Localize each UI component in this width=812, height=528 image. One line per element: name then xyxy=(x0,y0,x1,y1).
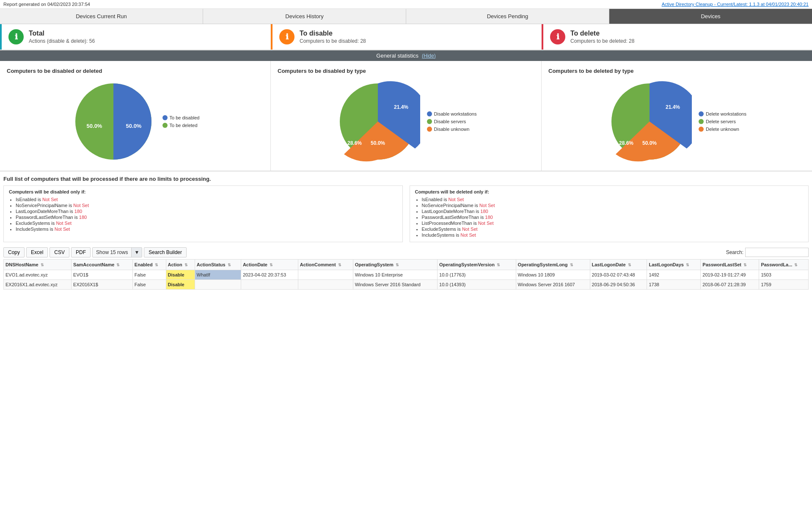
th-dns[interactable]: DNSHostName ⇅ xyxy=(4,260,72,270)
to-disable-description: Computers to be disabled: 28 xyxy=(300,38,366,44)
hide-link[interactable]: (Hide) xyxy=(422,53,436,59)
delete-conditions-box: Computers will be deleted only if: IsEna… xyxy=(410,185,809,242)
data-table: DNSHostName ⇅ SamAccountName ⇅ Enabled ⇅… xyxy=(3,259,809,290)
copy-button[interactable]: Copy xyxy=(3,247,25,257)
chart-panel-1: Computers to be disabled or deleted 50.0… xyxy=(0,61,271,171)
legend-item-3-1: Delete servers xyxy=(699,119,746,124)
summary-bar: ℹ Total Actions (disable & delete): 56 ℹ… xyxy=(0,24,812,50)
to-disable-icon: ℹ xyxy=(279,29,295,44)
th-action[interactable]: Action ⇅ xyxy=(166,260,195,270)
table-controls: Copy Excel CSV PDF Show 15 rows ▼ Search… xyxy=(3,247,809,257)
table-header-row: DNSHostName ⇅ SamAccountName ⇅ Enabled ⇅… xyxy=(4,260,809,270)
legend-label-1-0: To be disabled xyxy=(170,115,200,120)
table-cell: 10.0 (17763) xyxy=(438,270,516,280)
chart3-title: Computers to be deleted by type xyxy=(548,68,634,74)
disable-cond-2-highlight: 180 xyxy=(74,209,82,214)
table-cell: 10.0 (14393) xyxy=(438,280,516,290)
full-list-heading: Full list of computers that will be proc… xyxy=(3,176,809,182)
th-action-date[interactable]: ActionDate ⇅ xyxy=(241,260,298,270)
chart1-content: 50.0% 50.0% To be disabled To be deleted xyxy=(7,79,264,164)
disable-conditions-title: Computers will be disabled only if: xyxy=(9,189,397,194)
delete-cond-6: IncludeSystems is Not Set xyxy=(422,232,804,238)
table-cell: EX2016X1$ xyxy=(72,280,133,290)
delete-cond-0-highlight: Not Set xyxy=(448,197,464,202)
table-cell xyxy=(241,280,298,290)
delete-cond-4: ListProcessedMoreThan is Not Set xyxy=(422,221,804,226)
table-cell xyxy=(298,270,353,280)
legend-label-1-1: To be deleted xyxy=(170,123,198,128)
th-pwd-la[interactable]: PasswordLa... ⇅ xyxy=(759,260,809,270)
table-cell xyxy=(298,280,353,290)
disable-cond-3: PasswordLastSetMoreThan is 180 xyxy=(16,215,397,220)
to-delete-description: Computers to be deleted: 28 xyxy=(570,38,634,44)
legend-dot-2-1 xyxy=(427,119,432,124)
disable-cond-2: LastLogonDateMoreThan is 180 xyxy=(16,209,397,214)
th-enabled[interactable]: Enabled ⇅ xyxy=(132,260,166,270)
disable-cond-3-highlight: 180 xyxy=(79,215,87,220)
delete-cond-4-highlight: Not Set xyxy=(478,221,494,226)
version-link[interactable]: Active Directory Cleanup - Current/Lates… xyxy=(662,2,809,7)
legend-dot-3-2 xyxy=(699,127,704,132)
delete-conditions-list: IsEnabled is Not Set NoServicePrincipalN… xyxy=(415,197,804,238)
th-action-status[interactable]: ActionStatus ⇅ xyxy=(195,260,241,270)
legend-item-2-2: Disable unknown xyxy=(427,127,477,132)
search-builder-button[interactable]: Search Builder xyxy=(144,247,187,257)
pdf-button[interactable]: PDF xyxy=(71,247,91,257)
conditions-area: Computers will be disabled only if: IsEn… xyxy=(3,185,809,242)
tab-devices-history[interactable]: Devices History xyxy=(203,9,406,24)
th-action-comment[interactable]: ActionComment ⇅ xyxy=(298,260,353,270)
delete-cond-6-highlight: Not Set xyxy=(460,232,476,238)
th-os[interactable]: OperatingSystem ⇅ xyxy=(353,260,437,270)
legend-dot-1-0 xyxy=(162,115,168,120)
chart3-svg: 21.4% 50.0% 28.6% xyxy=(607,79,692,164)
tab-devices[interactable]: Devices xyxy=(609,9,812,24)
legend-item-2-1: Disable servers xyxy=(427,119,477,124)
report-header: Report generated on 04/02/2023 20:37:54 … xyxy=(0,0,812,9)
chart-panel-2: Computers to be disabled by type 21.4% 5… xyxy=(271,61,542,171)
data-table-wrap: DNSHostName ⇅ SamAccountName ⇅ Enabled ⇅… xyxy=(3,259,809,290)
table-cell: 2023-04-02 20:37:53 xyxy=(241,270,298,280)
legend-dot-3-1 xyxy=(699,119,704,124)
table-cell: EX2016X1.ad.evotec.xyz xyxy=(4,280,72,290)
show-rows-arrow[interactable]: ▼ xyxy=(131,248,142,257)
to-delete-title: To delete xyxy=(570,30,634,37)
th-os-long[interactable]: OperatingSystemLong ⇅ xyxy=(516,260,590,270)
to-disable-title: To disable xyxy=(300,30,366,37)
excel-button[interactable]: Excel xyxy=(26,247,48,257)
table-cell: False xyxy=(132,280,166,290)
disable-cond-5-highlight: Not Set xyxy=(55,227,70,232)
search-input[interactable] xyxy=(745,248,809,257)
summary-total: ℹ Total Actions (disable & delete): 56 xyxy=(0,24,271,50)
legend-label-2-0: Disable workstations xyxy=(434,111,477,116)
to-delete-icon: ℹ xyxy=(550,29,565,44)
legend-item-2-0: Disable workstations xyxy=(427,111,477,116)
show-rows-control[interactable]: Show 15 rows ▼ xyxy=(92,247,142,257)
delete-cond-2-highlight: 180 xyxy=(480,209,488,214)
disable-cond-5: IncludeSystems is Not Set xyxy=(16,227,397,232)
csv-button[interactable]: CSV xyxy=(50,247,69,257)
table-cell: False xyxy=(132,270,166,280)
th-last-logon-date[interactable]: LastLogonDate ⇅ xyxy=(590,260,647,270)
table-row: EX2016X1.ad.evotec.xyzEX2016X1$FalseDisa… xyxy=(4,280,809,290)
table-cell: Windows Server 2016 1607 xyxy=(516,280,590,290)
total-description: Actions (disable & delete): 56 xyxy=(29,38,95,44)
th-last-logon-days[interactable]: LastLogonDays ⇅ xyxy=(647,260,701,270)
show-rows-label: Show 15 rows xyxy=(93,248,131,257)
tab-devices-pending[interactable]: Devices Pending xyxy=(406,9,609,24)
disable-cond-0-highlight: Not Set xyxy=(42,197,58,202)
chart1-legend: To be disabled To be deleted xyxy=(162,115,200,128)
total-title: Total xyxy=(29,30,95,37)
delete-cond-1-highlight: Not Set xyxy=(479,203,495,208)
svg-text:50.0%: 50.0% xyxy=(126,123,141,129)
th-pwd-last-set[interactable]: PasswordLastSet ⇅ xyxy=(701,260,759,270)
chart2-legend: Disable workstations Disable servers Dis… xyxy=(427,111,477,132)
th-sam[interactable]: SamAccountName ⇅ xyxy=(72,260,133,270)
tab-devices-current-run[interactable]: Devices Current Run xyxy=(0,9,203,24)
delete-cond-1: NoServicePrincipalName is Not Set xyxy=(422,203,804,208)
legend-label-3-2: Delete unknown xyxy=(706,127,739,132)
chart3-legend: Delete workstations Delete servers Delet… xyxy=(699,111,746,132)
th-os-version[interactable]: OperatingSystemVersion ⇅ xyxy=(438,260,516,270)
table-cell: 1492 xyxy=(647,270,701,280)
delete-cond-5: ExcludeSystems is Not Set xyxy=(422,227,804,232)
table-cell: 2019-03-02 07:43:48 xyxy=(590,270,647,280)
